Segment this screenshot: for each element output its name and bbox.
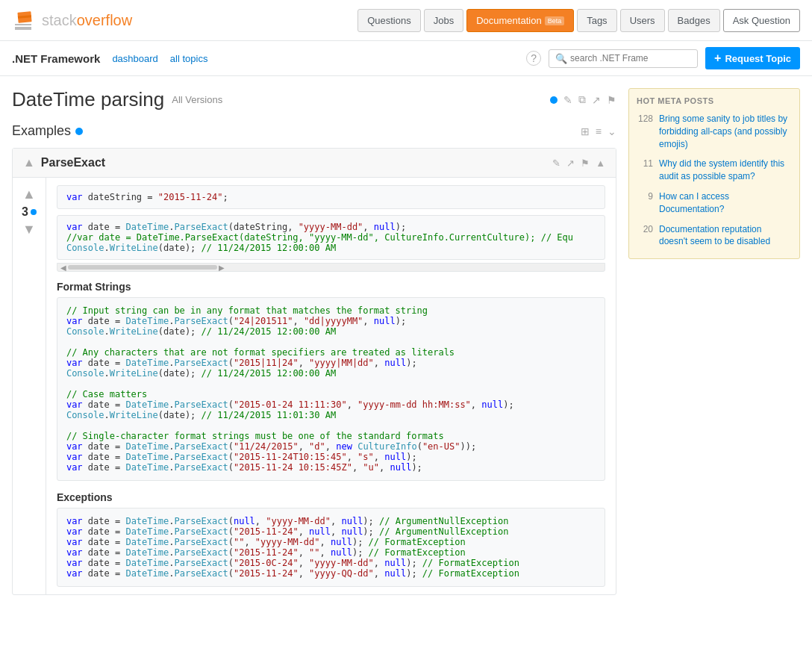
code-block-1: var dateString = "2015-11-24"; <box>57 185 605 209</box>
header: stackoverflow Questions Jobs Documentati… <box>0 0 812 41</box>
code2-pre: var date = DateTime.ParseExact(dateStrin… <box>66 222 596 253</box>
beta-badge: Beta <box>545 16 565 25</box>
help-icon[interactable]: ? <box>526 51 541 66</box>
format-strings-code-block: // Input string can be in any format tha… <box>57 297 605 481</box>
exceptions-title: Exceptions <box>57 491 605 503</box>
content-area: DateTime parsing All Versions ✎ ⧉ ↗ ⚑ Ex… <box>12 88 616 607</box>
parse-exact-section: ▲ ParseExact ✎ ↗ ⚑ ▲ ▲ 3 <box>12 148 616 595</box>
meta-count-3: 9 <box>637 191 653 202</box>
main-layout: DateTime parsing All Versions ✎ ⧉ ↗ ⚑ Ex… <box>0 76 812 619</box>
vote-number: 3 <box>22 205 28 219</box>
meta-item-2: 11 Why did the system identify this audi… <box>637 158 792 183</box>
vote-up-button[interactable]: ▲ <box>22 187 36 202</box>
link-icon[interactable]: ↗ <box>592 94 601 106</box>
search-input[interactable] <box>570 53 682 63</box>
grid-view-icon[interactable]: ⊞ <box>581 125 590 137</box>
code-block-2: var date = DateTime.ParseExact(dateStrin… <box>57 215 605 260</box>
meta-item-4: 20 Documentation reputation doesn't seem… <box>637 223 792 249</box>
examples-title: Examples <box>12 123 83 139</box>
expand-icon[interactable]: ⌄ <box>608 125 616 137</box>
nav-badges[interactable]: Badges <box>668 9 720 32</box>
exceptions-pre: var date = DateTime.ParseExact(null, "yy… <box>66 516 596 579</box>
nav-jobs[interactable]: Jobs <box>424 9 463 32</box>
code-content: var dateString = "2015-11-24"; var date … <box>46 178 616 594</box>
meta-item-1: 128 Bring some sanity to job titles by f… <box>637 113 792 150</box>
nav-tags[interactable]: Tags <box>577 9 616 32</box>
dashboard-link[interactable]: dashboard <box>112 53 157 64</box>
exceptions-code-block: var date = DateTime.ParseExact(null, "yy… <box>57 508 605 587</box>
all-versions-label: All Versions <box>172 94 222 105</box>
hot-meta-posts: HOT META POSTS 128 Bring some sanity to … <box>628 88 800 259</box>
meta-count-4: 20 <box>637 224 653 234</box>
title-icons: ✎ ⧉ ↗ ⚑ <box>550 93 616 106</box>
meta-link-4[interactable]: Documentation reputation doesn't seem to… <box>659 223 792 249</box>
meta-link-1[interactable]: Bring some sanity to job titles by forbi… <box>659 113 792 150</box>
parse-link-icon[interactable]: ↗ <box>566 158 575 169</box>
sub-header-right: ? 🔍 + Request Topic <box>526 47 800 69</box>
sidebar: HOT META POSTS 128 Bring some sanity to … <box>628 88 800 259</box>
logo[interactable]: stackoverflow <box>12 6 132 34</box>
sub-header-left: .NET Framework dashboard all topics <box>12 52 207 65</box>
header-up-arrow[interactable]: ▲ <box>23 156 35 169</box>
examples-blue-dot <box>75 128 83 135</box>
page-title-row: DateTime parsing All Versions ✎ ⧉ ↗ ⚑ <box>12 88 616 111</box>
scroll-bar-area[interactable]: ◀ ▶ <box>57 263 605 272</box>
format-strings-pre: // Input string can be in any format tha… <box>66 305 596 473</box>
nav-ask[interactable]: Ask Question <box>723 9 800 32</box>
sub-header: .NET Framework dashboard all topics ? 🔍 … <box>0 41 812 76</box>
nav-questions[interactable]: Questions <box>357 9 421 32</box>
meta-count-2: 11 <box>637 158 653 169</box>
vote-down-button[interactable]: ▼ <box>22 222 36 237</box>
meta-count-1: 128 <box>637 113 653 124</box>
svg-rect-0 <box>15 27 31 30</box>
vote-blue-dot <box>31 209 37 215</box>
parse-flag-icon[interactable]: ⚑ <box>581 158 590 169</box>
parse-exact-title: ParseExact <box>41 156 552 169</box>
all-topics-link[interactable]: all topics <box>170 53 208 64</box>
format-strings-title: Format Strings <box>57 281 605 293</box>
examples-icons: ⊞ ≡ ⌄ <box>581 125 616 137</box>
hot-meta-title: HOT META POSTS <box>637 96 792 105</box>
parse-exact-header: ▲ ParseExact ✎ ↗ ⚑ ▲ <box>13 149 616 178</box>
edit-icon[interactable]: ✎ <box>563 94 572 106</box>
scroll-left-arrow[interactable]: ◀ <box>60 264 66 272</box>
parse-collapse-icon[interactable]: ▲ <box>596 158 605 169</box>
plus-icon: + <box>714 52 721 65</box>
search-box[interactable]: 🔍 <box>549 49 698 68</box>
parse-exact-body: ▲ 3 ▼ var dateString = "2015-11-24"; <box>13 178 616 594</box>
logo-icon <box>12 6 40 34</box>
parse-exact-upvote-area: ▲ <box>23 156 35 169</box>
vote-area: ▲ 3 ▼ <box>13 178 46 594</box>
logo-text: stackoverflow <box>42 12 132 29</box>
examples-row: Examples ⊞ ≡ ⌄ <box>12 123 616 139</box>
page-title: DateTime parsing <box>12 88 164 111</box>
scroll-track[interactable] <box>68 265 217 270</box>
nav-documentation[interactable]: DocumentationBeta <box>466 9 574 32</box>
blue-dot-title <box>550 96 558 104</box>
code1-pre: var dateString = "2015-11-24"; <box>66 192 596 202</box>
parse-edit-icon[interactable]: ✎ <box>552 158 560 169</box>
meta-item-3: 9 How can I access Documentation? <box>637 190 792 216</box>
meta-link-2[interactable]: Why did the system identify this audit a… <box>659 158 792 183</box>
flag-icon[interactable]: ⚑ <box>607 94 616 106</box>
nav-users[interactable]: Users <box>620 9 665 32</box>
scroll-right-arrow[interactable]: ▶ <box>219 264 225 272</box>
svg-rect-1 <box>15 24 31 25</box>
search-icon: 🔍 <box>555 53 567 64</box>
nav-links: Questions Jobs DocumentationBeta Tags Us… <box>357 9 800 32</box>
vote-count-display: 3 <box>22 205 37 219</box>
sub-header-title: .NET Framework <box>12 52 100 65</box>
request-topic-button[interactable]: + Request Topic <box>705 47 800 69</box>
parse-header-icons: ✎ ↗ ⚑ ▲ <box>552 158 605 169</box>
list-view-icon[interactable]: ≡ <box>596 125 602 137</box>
meta-link-3[interactable]: How can I access Documentation? <box>659 190 792 216</box>
copy-icon[interactable]: ⧉ <box>578 93 586 106</box>
